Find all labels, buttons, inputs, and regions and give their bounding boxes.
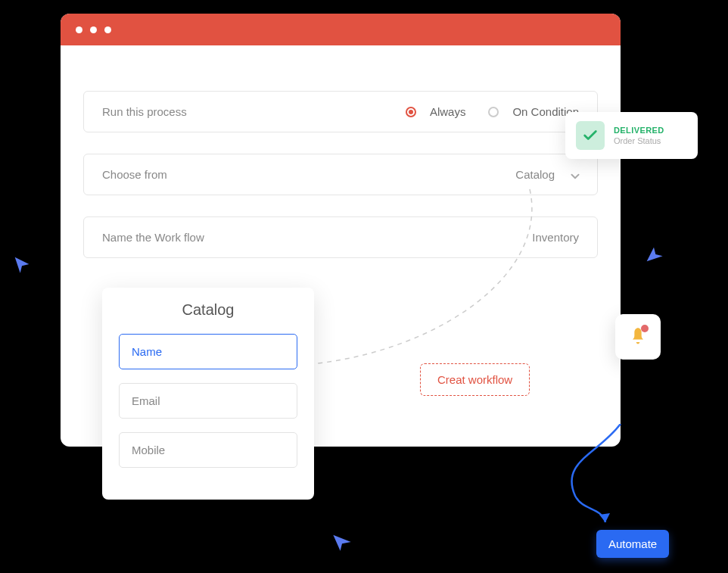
window-content: Run this process Always On Condition Cho… xyxy=(61,45,621,302)
chevron-down-icon xyxy=(568,170,579,180)
check-icon xyxy=(576,121,605,150)
window-dot-3 xyxy=(104,26,111,33)
workflow-name-row[interactable]: Name the Work flow Inventory xyxy=(83,216,598,258)
create-workflow-button[interactable]: Creat workflow xyxy=(420,363,530,396)
workflow-name-value: Inventory xyxy=(532,231,579,244)
delivered-label: Order Status xyxy=(614,136,664,145)
catalog-field-mobile[interactable]: Mobile xyxy=(119,432,297,468)
notification-card[interactable] xyxy=(615,314,661,360)
notification-dot-icon xyxy=(641,325,649,332)
catalog-popup-title: Catalog xyxy=(119,301,297,319)
radio-always[interactable] xyxy=(406,107,416,117)
titlebar xyxy=(61,14,621,45)
svg-marker-2 xyxy=(647,248,663,262)
choose-from-value: Catalog xyxy=(515,168,555,181)
svg-marker-3 xyxy=(333,535,350,551)
run-process-label: Run this process xyxy=(102,105,406,118)
window-dot-1 xyxy=(76,26,82,33)
catalog-field-name[interactable]: Name xyxy=(119,334,297,369)
svg-marker-1 xyxy=(15,257,30,273)
delivered-text: DELIVERED Order Status xyxy=(614,126,664,145)
run-process-row: Run this process Always On Condition xyxy=(83,91,598,132)
window-dot-2 xyxy=(90,26,97,33)
choose-from-label: Choose from xyxy=(102,168,167,181)
automate-button[interactable]: Automate xyxy=(596,530,669,558)
radio-always-group[interactable]: Always xyxy=(406,105,466,118)
radio-on-condition[interactable] xyxy=(488,107,499,117)
svg-marker-0 xyxy=(599,513,610,522)
delivered-status: DELIVERED xyxy=(614,126,664,135)
workflow-name-label: Name the Work flow xyxy=(102,231,204,244)
choose-from-row[interactable]: Choose from Catalog xyxy=(83,154,598,195)
delivered-card: DELIVERED Order Status xyxy=(565,112,698,159)
catalog-popup: Catalog Name Email Mobile xyxy=(102,288,314,500)
radio-always-label: Always xyxy=(430,105,466,118)
catalog-field-email[interactable]: Email xyxy=(119,383,297,419)
run-process-options: Always On Condition xyxy=(406,105,579,118)
